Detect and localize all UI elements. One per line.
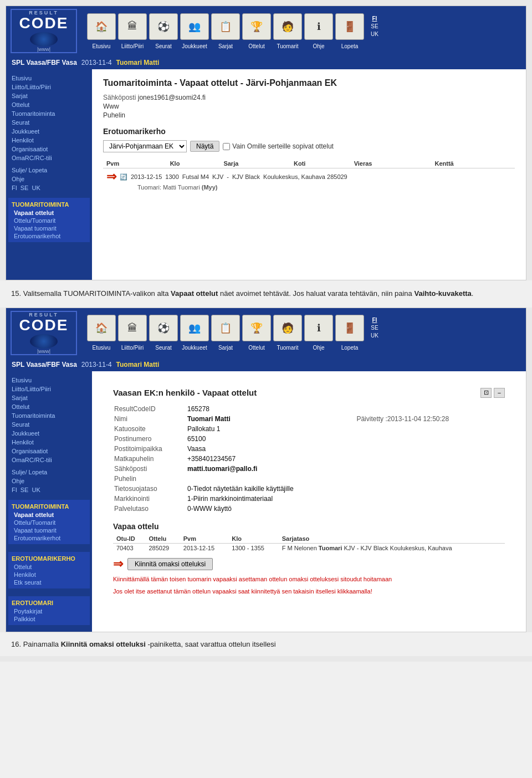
sidebar2-lang-se[interactable]: SE <box>21 487 29 493</box>
sidebar2-henkilot[interactable]: Henkilot <box>6 438 92 447</box>
sidebar-item-organisaatiot-1[interactable]: Organisaatiot <box>6 145 92 153</box>
sidebar2-sulje[interactable]: Sulje/ Lopeta <box>6 468 92 477</box>
nav-label-seurat-1[interactable]: Seurat <box>149 43 178 49</box>
sidebar-item-liitto-1[interactable]: Liitto/Liitto/Piiri <box>6 83 92 91</box>
sidebar-item-ohje-1[interactable]: Ohje <box>6 175 92 183</box>
nav-label-liitto-2[interactable]: Liitto/Piiri <box>118 345 147 351</box>
th-klo-1: Klo <box>167 159 221 168</box>
logo-1[interactable]: RESULT CODE |www| <box>11 9 77 53</box>
sidebar-erotuomarikerhot-1[interactable]: Erotuomarikerhot <box>12 232 86 240</box>
breadcrumb-1: SPL Vaasa/FBF Vasa 2013-11-4 Tuomari Mat… <box>6 56 526 69</box>
sidebar2-liitto[interactable]: Liitto/Liitto/Piiri <box>6 385 92 393</box>
nav-icon-teams-2[interactable]: 👥 <box>180 315 209 341</box>
nav-label-sarjat-1[interactable]: Sarjat <box>211 43 240 49</box>
sidebar2-poytakirjat[interactable]: Poytakirjat <box>12 607 86 615</box>
row-icon-1[interactable]: 🔄 <box>120 173 127 181</box>
logo-2[interactable]: RESULT CODE |www| <box>11 311 77 355</box>
nav-icon-logout-1[interactable]: 🚪 <box>335 13 364 40</box>
lang-uk-1[interactable]: UK <box>371 30 378 38</box>
sidebar2-ottelut[interactable]: Ottelut <box>6 402 92 411</box>
nav-icon-teams-1[interactable]: 👥 <box>180 13 209 40</box>
sidebar-lang-se-1[interactable]: SE <box>21 185 29 191</box>
sidebar-item-tuomaritoiminta-1[interactable]: Tuomaritoiminta <box>6 109 92 118</box>
sidebar-lang-uk-1[interactable]: UK <box>32 185 40 191</box>
sidebar2-omarc[interactable]: OmaRC/RC-tili <box>6 455 92 464</box>
nav-icon-help-1[interactable]: ℹ <box>304 13 333 40</box>
sidebar2-etk-seurat[interactable]: Etk seurat <box>12 579 86 586</box>
sidebar2-etusivu[interactable]: Etusivu <box>6 376 92 385</box>
win-ctrl-restore-2[interactable]: ⊡ <box>480 388 492 398</box>
lang-uk-2[interactable]: UK <box>371 332 378 340</box>
nav-icon-matches-1[interactable]: 🏆 <box>242 13 271 40</box>
sidebar2-sarjat[interactable]: Sarjat <box>6 393 92 402</box>
nav-icon-home-2[interactable]: 🏠 <box>87 315 116 341</box>
nav-icon-home-1[interactable]: 🏠 <box>87 13 116 40</box>
nav-icon-clubs-2[interactable]: ⚽ <box>149 315 178 341</box>
nav-label-ohje-1[interactable]: Ohje <box>304 43 333 49</box>
lang-se-1[interactable]: SE <box>371 23 378 30</box>
lang-fi-2[interactable]: FI <box>372 316 377 324</box>
sidebar2-lang-uk[interactable]: UK <box>32 487 40 493</box>
nav-label-ottelut-2[interactable]: Ottelut <box>242 345 271 351</box>
match-cell-sarjataso: F M Nelonen Tuomari KJV - KJV Black Koul… <box>279 543 505 552</box>
sidebar-item-seurat-1[interactable]: Seurat <box>6 118 92 127</box>
nav-icon-clubs-1[interactable]: ⚽ <box>149 13 178 40</box>
nav-icon-series-1[interactable]: 📋 <box>211 13 240 40</box>
sidebar-lang-fi-1[interactable]: FI <box>12 185 17 191</box>
win-ctrl-minimize-2[interactable]: − <box>494 388 505 398</box>
sidebar-ottelu-tuomarit-1[interactable]: Ottelu/Tuomarit <box>12 217 86 224</box>
sidebar-vapaat-tuomarit-1[interactable]: Vapaat tuomarit <box>12 224 86 232</box>
nav-icon-matches-2[interactable]: 🏆 <box>242 315 271 341</box>
erotuomarikerho-select-1[interactable]: Järvi-Pohjanmaan EK <box>103 140 187 152</box>
nav-label-seurat-2[interactable]: Seurat <box>149 345 178 351</box>
sidebar2-etk-ottelut[interactable]: Ottelut <box>12 563 86 571</box>
nav-label-lopeta-1[interactable]: Lopeta <box>335 43 364 49</box>
nav-label-liitto-1[interactable]: Liitto/Piiri <box>118 43 147 49</box>
sidebar2-seurat[interactable]: Seurat <box>6 420 92 429</box>
sidebar-item-henkilot-1[interactable]: Henkilot <box>6 136 92 145</box>
lang-fi-1[interactable]: FI <box>372 15 377 23</box>
sidebar2-palkkiot[interactable]: Palkkiot <box>12 615 86 623</box>
btn-kiinnita-2[interactable]: Kiinnitä omaksi otteluksi <box>127 558 213 570</box>
bottom-text1: Painamalla <box>23 640 59 648</box>
sidebar2-ottelu-tuomarit[interactable]: Ottelu/Tuomarit <box>12 519 86 526</box>
sidebar2-vapaat-ottelut[interactable]: Vapaat ottelut <box>12 511 86 519</box>
nav-icon-org-1[interactable]: 🏛 <box>118 13 147 40</box>
nav-label-etusivu-2[interactable]: Etusivu <box>87 345 116 351</box>
nav-label-lopeta-2[interactable]: Lopeta <box>335 345 364 351</box>
nav-label-tuomarit-1[interactable]: Tuomarit <box>273 43 302 49</box>
nav-label-joukkueet-1[interactable]: Joukkueet <box>180 43 209 49</box>
nav-icon-help-2[interactable]: ℹ <box>304 315 333 341</box>
sidebar2-organisaatiot[interactable]: Organisaatiot <box>6 447 92 455</box>
nav-label-tuomarit-2[interactable]: Tuomarit <box>273 345 302 351</box>
sidebar2-joukkueet[interactable]: Joukkueet <box>6 429 92 438</box>
nav-icon-org-2[interactable]: 🏛 <box>118 315 147 341</box>
nav-label-ottelut-1[interactable]: Ottelut <box>242 43 271 49</box>
sidebar2-vapaat-tuomarit[interactable]: Vapaat tuomarit <box>12 526 86 534</box>
sidebar-item-sulje-1[interactable]: Sulje/ Lopeta <box>6 166 92 175</box>
sidebar-item-ottelut-1[interactable]: Ottelut <box>6 100 92 109</box>
sidebar2-lang-fi[interactable]: FI <box>12 487 17 493</box>
btn-nayta-1[interactable]: Näytä <box>190 141 219 152</box>
nav-label-ohje-2[interactable]: Ohje <box>304 345 333 351</box>
sidebar2-lang-row: FI SE UK <box>6 485 92 494</box>
nav-icon-logout-2[interactable]: 🚪 <box>335 315 364 341</box>
nav-label-etusivu-1[interactable]: Etusivu <box>87 43 116 49</box>
nav-icon-referees-2[interactable]: 🧑 <box>273 315 302 341</box>
sidebar-item-sarjat-1[interactable]: Sarjat <box>6 91 92 100</box>
nav-icon-referees-1[interactable]: 🧑 <box>273 13 302 40</box>
nav-icon-series-2[interactable]: 📋 <box>211 315 240 341</box>
sidebar-vapaat-ottelut-1[interactable]: Vapaat ottelut <box>12 209 86 217</box>
sidebar2-etk-henkilot[interactable]: Henkilot <box>12 571 86 579</box>
sidebar-item-etusivu-1[interactable]: Etusivu <box>6 74 92 83</box>
checkbox-vain-omille-1[interactable] <box>223 143 230 150</box>
lang-se-2[interactable]: SE <box>371 324 378 332</box>
match-cell-pvm: 2013-12-15 <box>180 543 228 552</box>
sidebar-item-omarc-1[interactable]: OmaRC/RC-tili <box>6 153 92 162</box>
sidebar-item-joukkueet-1[interactable]: Joukkueet <box>6 127 92 136</box>
nav-label-joukkueet-2[interactable]: Joukkueet <box>180 345 209 351</box>
sidebar2-ohje[interactable]: Ohje <box>6 477 92 485</box>
sidebar2-tuomaritoiminta[interactable]: Tuomaritoiminta <box>6 411 92 420</box>
nav-label-sarjat-2[interactable]: Sarjat <box>211 345 240 351</box>
sidebar2-erotuomarikerhot[interactable]: Erotuomarikerhot <box>12 534 86 542</box>
